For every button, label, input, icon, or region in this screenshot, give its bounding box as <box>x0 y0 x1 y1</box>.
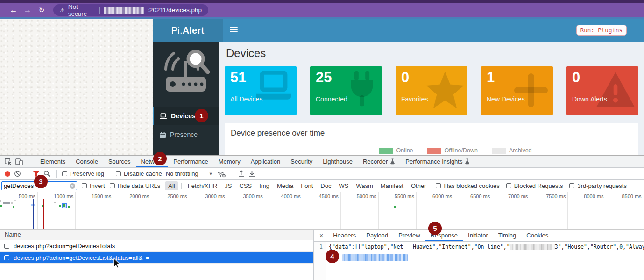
reload-button[interactable]: ↻ <box>35 6 49 14</box>
filter-pill-css[interactable]: CSS <box>236 181 255 190</box>
devtools-tab-sources[interactable]: Sources <box>103 156 136 167</box>
checkbox-icon[interactable] <box>4 255 9 260</box>
filter-pill-wasm[interactable]: Wasm <box>353 181 376 190</box>
device-toolbar-icon[interactable] <box>15 158 23 165</box>
app-logo-text[interactable]: Pi.Alert <box>153 19 223 42</box>
checkbox-icon <box>110 183 115 188</box>
waterfall-marker <box>14 200 16 201</box>
request-name-column-header[interactable]: Name <box>0 230 313 240</box>
line-number: 1 <box>314 242 326 280</box>
preserve-log-checkbox[interactable]: Preserve log <box>62 170 104 177</box>
forward-button[interactable]: → <box>21 6 35 15</box>
legend-item: Archived <box>492 147 532 154</box>
filter-checkbox-has-blocked-cookies[interactable]: Has blocked cookies <box>436 182 499 189</box>
invert-checkbox[interactable]: Invert <box>82 182 105 189</box>
filter-pill-media[interactable]: Media <box>274 181 297 190</box>
export-har-icon[interactable] <box>248 170 255 177</box>
card-new-devices[interactable]: 1 New Devices <box>481 66 553 115</box>
filter-pill-all[interactable]: All <box>165 181 178 190</box>
detail-tab-initiator[interactable]: Initiator <box>463 230 493 241</box>
filter-pill-other[interactable]: Other <box>408 181 430 190</box>
request-name: devices.php?action=getDevicesTotals <box>14 243 115 250</box>
browser-toolbar: ← → ↻ ⚠ Not secure | :20211/devices.php <box>0 3 644 17</box>
card-value: 0 <box>572 69 638 86</box>
timeline-tick: 2000 ms <box>113 192 151 229</box>
detail-tab-payload[interactable]: Payload <box>361 230 393 241</box>
response-text-prefix: {"data":[["laptop","Net - Huawei","Inter… <box>329 244 510 250</box>
timeline-tick: 4500 ms <box>303 192 341 229</box>
filter-pill-manifest[interactable]: Manifest <box>377 181 407 190</box>
request-row-get-devices-list[interactable]: devices.php?action=getDevicesList&status… <box>0 252 313 264</box>
clear-network-log-icon[interactable] <box>14 170 21 177</box>
devtools-tab-elements[interactable]: Elements <box>35 156 71 167</box>
card-value: 1 <box>487 69 553 86</box>
clear-filter-icon[interactable]: ✕ <box>70 183 75 189</box>
legend-swatch <box>427 148 441 154</box>
card-label: Favorites <box>401 95 428 103</box>
browser-chrome: ← → ↻ ⚠ Not secure | :20211/devices.php <box>0 0 644 19</box>
request-row-get-devices-totals[interactable]: devices.php?action=getDevicesTotals <box>0 240 313 252</box>
timeline-tick: 2500 ms <box>151 192 189 229</box>
sidebar-item-devices[interactable]: Devices <box>153 107 219 125</box>
address-bar[interactable]: ⚠ Not secure | :20211/devices.php <box>53 4 208 16</box>
devtools-tab-performance-insights[interactable]: Performance insights <box>400 156 475 167</box>
close-icon[interactable]: × <box>315 232 328 239</box>
card-connected[interactable]: 25 Connected <box>310 66 382 115</box>
devtools-tab-memory[interactable]: Memory <box>213 156 246 167</box>
filter-pill-img[interactable]: Img <box>256 181 273 190</box>
detail-tab-preview[interactable]: Preview <box>393 230 425 241</box>
devtools-tab-application[interactable]: Application <box>246 156 286 167</box>
waterfall-marker <box>33 199 34 230</box>
detail-tab-timing[interactable]: Timing <box>493 230 522 241</box>
card-all-devices[interactable]: 51 All Devices <box>225 66 297 115</box>
filter-checkbox-3rd-party-requests[interactable]: 3rd-party requests <box>569 182 627 189</box>
devtools-tab-recorder[interactable]: Recorder <box>358 156 400 167</box>
inspect-element-icon[interactable] <box>4 158 12 165</box>
request-type-pills: AllFetch/XHRJSCSSImgMediaFontDocWSWasmMa… <box>165 181 429 190</box>
checkbox-icon[interactable] <box>4 244 9 249</box>
devtools-tab-lighthouse[interactable]: Lighthouse <box>318 156 358 167</box>
devtools-tab-security[interactable]: Security <box>285 156 318 167</box>
timeline-tick: 6500 ms <box>454 192 492 229</box>
record-network-log-icon[interactable] <box>5 171 10 177</box>
waterfall-marker <box>0 205 2 207</box>
detail-tab-headers[interactable]: Headers <box>328 230 361 241</box>
chevron-down-icon: ▼ <box>209 172 213 176</box>
card-favorites[interactable]: 0 Favorites <box>396 66 467 115</box>
hamburger-icon[interactable] <box>230 27 238 34</box>
filter-pill-font[interactable]: Font <box>297 181 316 190</box>
checkbox-icon <box>506 183 511 188</box>
legend-swatch <box>492 148 506 154</box>
card-label: Connected <box>316 95 347 103</box>
throttling-dropdown[interactable]: No throttling ▼ <box>166 170 213 177</box>
sidebar-item-presence[interactable]: Presence <box>153 125 219 144</box>
devtools-tabs: ElementsConsoleSourcesNetworkPerformance… <box>35 156 475 167</box>
filter-checkbox-blocked-requests[interactable]: Blocked Requests <box>506 182 563 189</box>
filter-pill-doc[interactable]: Doc <box>317 181 334 190</box>
devtools-tab-performance[interactable]: Performance <box>168 156 213 167</box>
network-conditions-icon[interactable] <box>217 170 226 178</box>
legend-label: Archived <box>509 147 532 154</box>
annotation-step-4: 4 <box>326 250 339 263</box>
redacted-host <box>104 7 144 14</box>
devtools-tab-console[interactable]: Console <box>71 156 103 167</box>
card-label: Down Alerts <box>572 95 607 103</box>
detail-tab-cookies[interactable]: Cookies <box>521 230 553 241</box>
import-har-icon[interactable] <box>238 170 245 177</box>
filter-pill-fetch-xhr[interactable]: Fetch/XHR <box>184 181 221 190</box>
run-plugins-button[interactable]: Run: Plugins <box>576 25 627 36</box>
disable-cache-checkbox[interactable]: Disable cache <box>116 170 162 177</box>
network-overview-timeline[interactable]: 500 ms1000 ms1500 ms2000 ms2500 ms3000 m… <box>0 192 644 230</box>
hide-data-urls-checkbox[interactable]: Hide data URLs <box>110 182 161 189</box>
presence-legend: OnlineOffline/DownArchived <box>281 143 638 154</box>
card-down-alerts[interactable]: 0 Down Alerts <box>566 66 638 115</box>
mouse-cursor <box>113 258 121 269</box>
waterfall-marker <box>13 206 14 208</box>
timeline-tick: 1500 ms <box>76 192 113 229</box>
back-button[interactable]: ← <box>7 6 21 15</box>
filter-pill-js[interactable]: JS <box>221 181 235 190</box>
timeline-tick: 7500 ms <box>530 192 568 229</box>
warning-icon: ⚠ <box>60 7 65 14</box>
filter-pill-ws[interactable]: WS <box>335 181 352 190</box>
app-header: Pi.Alert Run: Plugins Syn (28, <box>153 19 644 42</box>
